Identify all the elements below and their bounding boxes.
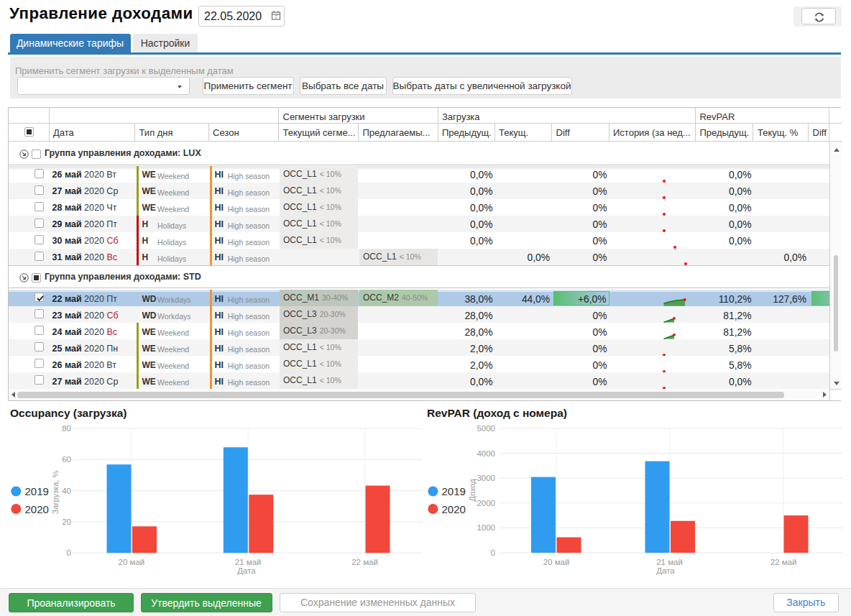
svg-text:5000: 5000 — [477, 424, 495, 433]
svg-text:0: 0 — [491, 548, 495, 557]
svg-text:RevPAR (доход с номера): RevPAR (доход с номера) — [427, 407, 567, 419]
svg-text:Дата: Дата — [237, 566, 256, 575]
svg-text:20: 20 — [62, 518, 71, 526]
svg-text:1000: 1000 — [477, 523, 495, 532]
svg-text:7: 7 — [275, 14, 277, 19]
svg-text:Дата: Дата — [656, 566, 675, 575]
svg-text:22 май: 22 май — [770, 558, 797, 566]
svg-text:Загрузка, %: Загрузка, % — [51, 471, 60, 515]
svg-text:20 май: 20 май — [119, 558, 145, 566]
svg-text:2019: 2019 — [25, 485, 49, 497]
svg-text:4000: 4000 — [477, 449, 495, 458]
svg-text:2019: 2019 — [442, 485, 466, 497]
svg-text:2020: 2020 — [25, 503, 49, 515]
svg-text:2020: 2020 — [442, 503, 466, 515]
svg-text:Доход: Доход — [468, 479, 477, 502]
svg-text:40: 40 — [62, 487, 71, 495]
svg-text:21 май: 21 май — [235, 558, 262, 566]
svg-text:Occupancy (загрузка): Occupancy (загрузка) — [10, 407, 127, 419]
svg-text:80: 80 — [62, 424, 71, 433]
svg-text:0: 0 — [67, 548, 71, 557]
svg-text:20 май: 20 май — [543, 558, 570, 566]
svg-text:21 май: 21 май — [656, 558, 683, 566]
svg-text:60: 60 — [62, 455, 71, 464]
svg-text:2000: 2000 — [477, 499, 495, 507]
svg-text:22 май: 22 май — [351, 558, 378, 566]
svg-text:3000: 3000 — [477, 474, 495, 482]
